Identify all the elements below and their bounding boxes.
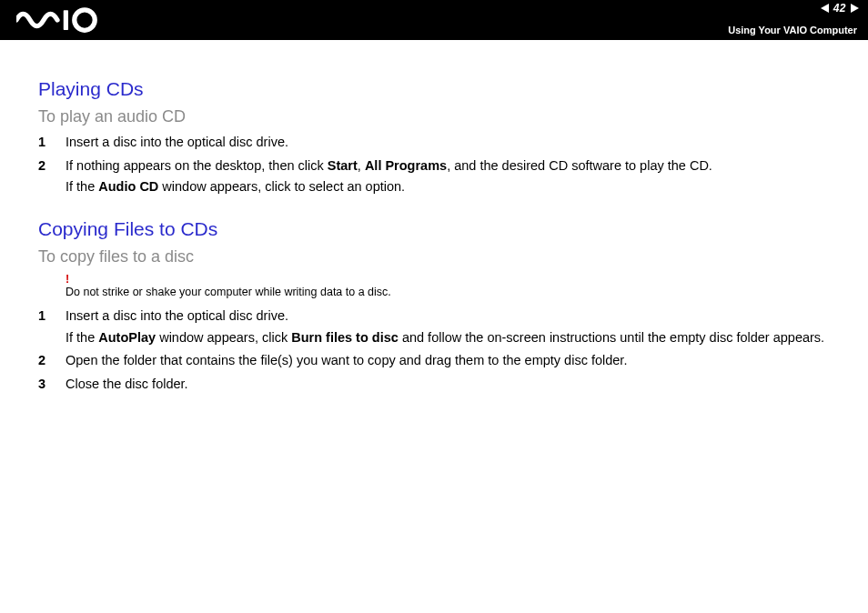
- step-item: 2Open the folder that contains the file(…: [38, 352, 843, 370]
- vaio-logo: [16, 7, 98, 36]
- svg-rect-0: [64, 10, 68, 30]
- bold-text: Start: [328, 158, 358, 173]
- bold-text: AutoPlay: [98, 330, 156, 345]
- section-label: Using Your VAIO Computer: [728, 25, 857, 35]
- text-run: If the: [66, 179, 98, 194]
- step-number: 1: [38, 134, 66, 152]
- step-line: Open the folder that contains the file(s…: [66, 352, 843, 370]
- prev-page-arrow-icon[interactable]: [821, 4, 829, 13]
- step-body: If nothing appears on the desktop, then …: [66, 157, 843, 196]
- step-body: Open the folder that contains the file(s…: [66, 352, 843, 370]
- text-run: window appears, click: [156, 330, 291, 345]
- text-run: Close the disc folder.: [66, 377, 188, 391]
- step-line: Close the disc folder.: [66, 376, 843, 394]
- text-run: window appears, click to select an optio…: [158, 179, 405, 194]
- heading-playing-cds: Playing CDs: [38, 78, 843, 100]
- step-body: Insert a disc into the optical disc driv…: [66, 307, 843, 347]
- text-run: If nothing appears on the desktop, then …: [66, 158, 328, 173]
- page-nav: 42: [821, 2, 859, 15]
- step-number: 2: [38, 352, 66, 370]
- header-bar: 42 Using Your VAIO Computer: [0, 0, 868, 40]
- step-line: If the AutoPlay window appears, click Bu…: [66, 329, 843, 347]
- warning-text: Do not strike or shake your computer whi…: [66, 286, 391, 298]
- bold-text: Burn files to disc: [291, 330, 399, 345]
- next-page-arrow-icon[interactable]: [851, 4, 859, 13]
- step-number: 3: [38, 376, 66, 394]
- step-item: 1Insert a disc into the optical disc dri…: [38, 134, 843, 152]
- page-number: 42: [831, 2, 849, 15]
- step-number: 2: [38, 157, 66, 176]
- page-content: Playing CDs To play an audio CD 1Insert …: [0, 40, 868, 393]
- step-line: If the Audio CD window appears, click to…: [66, 178, 843, 196]
- steps-copy-files: 1Insert a disc into the optical disc dri…: [38, 307, 843, 393]
- heading-copying-files: Copying Files to CDs: [38, 218, 843, 240]
- step-item: 1Insert a disc into the optical disc dri…: [38, 307, 843, 347]
- subheading-copy-files: To copy files to a disc: [38, 247, 843, 266]
- step-item: 3Close the disc folder.: [38, 376, 843, 394]
- text-run: ,: [358, 158, 365, 173]
- bold-text: Audio CD: [98, 179, 158, 194]
- text-run: Insert a disc into the optical disc driv…: [66, 308, 288, 323]
- bold-text: All Programs: [365, 158, 447, 173]
- step-body: Insert a disc into the optical disc driv…: [66, 134, 843, 152]
- text-run: If the: [66, 330, 98, 345]
- warning-icon: !: [66, 274, 843, 286]
- text-run: , and the desired CD software to play th…: [447, 158, 712, 173]
- subheading-play-audio-cd: To play an audio CD: [38, 107, 843, 126]
- step-line: If nothing appears on the desktop, then …: [66, 157, 843, 176]
- step-number: 1: [38, 307, 66, 326]
- svg-point-1: [75, 10, 96, 31]
- text-run: Insert a disc into the optical disc driv…: [66, 135, 288, 149]
- step-line: Insert a disc into the optical disc driv…: [66, 134, 843, 152]
- step-body: Close the disc folder.: [66, 376, 843, 394]
- warning-block: ! Do not strike or shake your computer w…: [66, 274, 843, 299]
- step-line: Insert a disc into the optical disc driv…: [66, 307, 843, 326]
- text-run: Open the folder that contains the file(s…: [66, 353, 627, 367]
- step-item: 2If nothing appears on the desktop, then…: [38, 157, 843, 196]
- text-run: and follow the on-screen instructions un…: [399, 330, 824, 345]
- steps-play-cd: 1Insert a disc into the optical disc dri…: [38, 134, 843, 196]
